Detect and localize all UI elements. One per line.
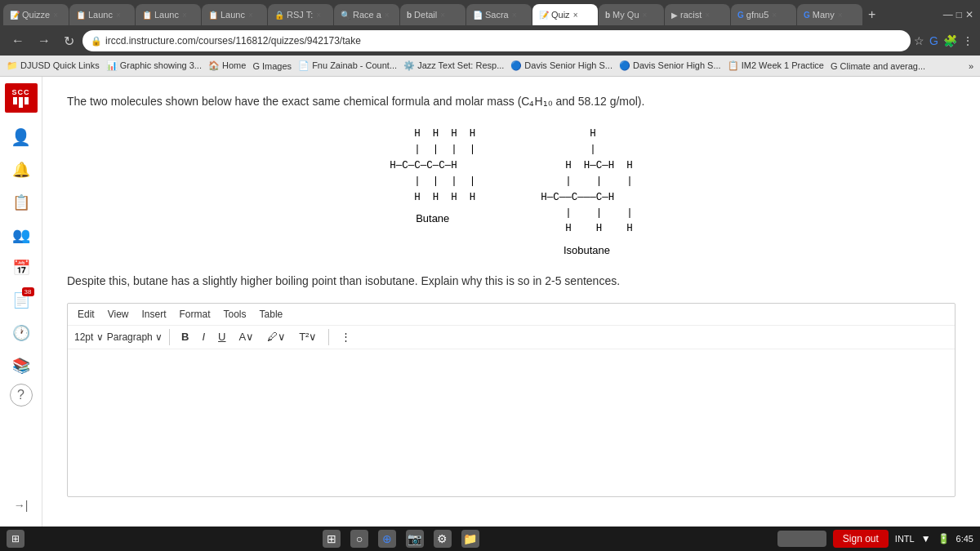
editor-menu-bar: Edit View Insert Format Tools Table (68, 304, 955, 326)
back-button[interactable]: ← (7, 32, 29, 50)
bookmark-graphic[interactable]: 📊 Graphic showing 3... (106, 60, 202, 71)
tab-race[interactable]: 🔍 Race a × (334, 4, 399, 25)
sign-out-button[interactable]: Sign out (833, 530, 889, 548)
taskbar-circle-icon[interactable]: ○ (350, 530, 368, 548)
menu-tools[interactable]: Tools (224, 309, 247, 320)
tab-racist[interactable]: ▶ racist × (665, 4, 730, 25)
battery-icon: 🔋 (938, 533, 950, 544)
tab-rsj[interactable]: 🔒 RSJ T: × (268, 4, 333, 25)
more-options-button[interactable]: ⋮ (336, 329, 356, 344)
isobutane-structure: H | H H—C—H H | | | H—C——C———C—H | | | H… (541, 127, 633, 238)
sidebar: SCC 👤 🔔 📋 👥 📅 📄 38 🕐 📚 ? →| (0, 77, 42, 527)
main-layout: SCC 👤 🔔 📋 👥 📅 📄 38 🕐 📚 ? →| The two mole… (0, 77, 980, 527)
taskbar-search-input[interactable] (777, 531, 826, 547)
restore-button[interactable]: □ (956, 9, 962, 20)
bookmarks-more[interactable]: » (969, 61, 973, 71)
tab-detail[interactable]: b Detail × (400, 4, 466, 25)
bookmarks-bar: 📁 DJUSD Quick Links 📊 Graphic showing 3.… (0, 56, 980, 77)
menu-edit[interactable]: Edit (78, 309, 95, 320)
bookmark-jazz[interactable]: ⚙️ Jazz Text Set: Resp... (403, 60, 504, 71)
font-size-select[interactable]: 12pt ∨ (74, 331, 104, 343)
explain-question: Despite this, butane has a slightly high… (67, 273, 956, 290)
bold-button[interactable]: B (176, 329, 194, 344)
superscript-button[interactable]: T²∨ (294, 329, 322, 344)
address-bar[interactable]: 🔒 irccd.instructure.com/courses/116812/q… (82, 30, 911, 51)
people-icon[interactable]: 👥 (7, 220, 36, 250)
profile-icon[interactable]: G (929, 34, 938, 47)
sidebar-collapse-button[interactable]: →| (7, 491, 36, 520)
bookmark-home[interactable]: 🏠 Home (208, 60, 246, 71)
tab-launc2[interactable]: 📋 Launc × (136, 4, 201, 25)
tab-quizze[interactable]: 📝 Quizze × (3, 4, 69, 25)
tab-quiz-active[interactable]: 📝 Quiz × (532, 4, 598, 25)
help-icon[interactable]: ? (10, 384, 33, 407)
taskbar-grid-icon[interactable]: ⊞ (323, 530, 341, 548)
taskbar-right: Sign out INTL ▼ 🔋 6:45 (777, 530, 973, 548)
question-intro-text: The two molecules shown below have the e… (67, 95, 644, 108)
close-browser-button[interactable]: ✕ (965, 9, 973, 20)
editor-body[interactable] (68, 349, 955, 496)
tab-launc3[interactable]: 📋 Launc × (202, 4, 267, 25)
menu-view[interactable]: View (108, 309, 129, 320)
toolbar-divider-1 (169, 329, 170, 345)
assignments-icon[interactable]: 📄 38 (7, 286, 36, 315)
bookmark-images[interactable]: G Images (252, 61, 292, 71)
notifications-icon[interactable]: 🔔 (7, 155, 36, 184)
refresh-button[interactable]: ↻ (59, 32, 79, 51)
settings-icon[interactable]: ⋮ (962, 34, 973, 47)
paragraph-select[interactable]: Paragraph ∨ (107, 331, 163, 343)
question-intro: The two molecules shown below have the e… (67, 93, 956, 110)
isobutane-label: Isobutane (564, 244, 610, 256)
menu-format[interactable]: Format (180, 309, 211, 320)
tab-sacra[interactable]: 📄 Sacra × (466, 4, 532, 25)
book-icon[interactable]: 📚 (7, 351, 36, 380)
extension-icon[interactable]: 🧩 (943, 34, 957, 47)
toolbar-divider-2 (328, 329, 329, 345)
bookmark-im2[interactable]: 📋 IM2 Week 1 Practice (728, 60, 824, 71)
forward-button[interactable]: → (33, 32, 56, 50)
taskbar-left: ⊞ (7, 530, 24, 548)
editor-toolbar: 12pt ∨ Paragraph ∨ B I U A∨ 🖊∨ T²∨ ⋮ (68, 326, 955, 349)
bookmark-climate[interactable]: G Climate and averag... (831, 61, 925, 71)
apps-icon[interactable]: ⊞ (7, 530, 24, 548)
bookmark-djusd[interactable]: 📁 DJUSD Quick Links (7, 60, 100, 71)
taskbar-chrome-icon[interactable]: ⊕ (378, 530, 396, 548)
taskbar: ⊞ ⊞ ○ ⊕ 📷 ⚙ 📁 Sign out INTL ▼ 🔋 6:45 (0, 527, 980, 551)
time-label: 6:45 (956, 534, 973, 544)
clock-icon[interactable]: 🕐 (7, 318, 36, 348)
taskbar-video-icon[interactable]: 📷 (406, 530, 424, 548)
butane-label: Butane (416, 212, 449, 224)
quiz-content: The two molecules shown below have the e… (42, 77, 980, 527)
browser-chrome: 📝 Quizze × 📋 Launc × 📋 Launc × 📋 Launc ×… (0, 0, 980, 77)
font-color-button[interactable]: A∨ (234, 329, 260, 344)
menu-table[interactable]: Table (260, 309, 283, 320)
highlight-button[interactable]: 🖊∨ (262, 329, 291, 344)
italic-button[interactable]: I (197, 329, 210, 344)
assignments-badge: 38 (22, 287, 34, 296)
bookmark-davis2[interactable]: 🔵 Davis Senior High S... (619, 60, 721, 71)
bookmark-davis1[interactable]: 🔵 Davis Senior High S... (510, 60, 612, 71)
tab-gfnu5[interactable]: G gfnu5 × (731, 4, 796, 25)
browser-nav-icons: ☆ G 🧩 ⋮ (914, 34, 973, 47)
taskbar-folder-icon[interactable]: 📁 (461, 530, 479, 548)
tab-bar: 📝 Quizze × 📋 Launc × 📋 Launc × 📋 Launc ×… (0, 0, 980, 26)
menu-insert[interactable]: Insert (141, 309, 166, 320)
underline-button[interactable]: U (213, 329, 230, 344)
calendar-icon[interactable]: 📅 (7, 253, 36, 282)
minimize-button[interactable]: — (943, 9, 953, 20)
scc-logo: SCC (5, 83, 38, 113)
bookmark-fnu[interactable]: 📄 Fnu Zainab - Count... (298, 60, 397, 71)
taskbar-gear-icon[interactable]: ⚙ (434, 530, 452, 548)
tab-myqu[interactable]: b My Qu × (599, 4, 664, 25)
tab-many[interactable]: G Many × (797, 4, 862, 25)
star-icon[interactable]: ☆ (914, 34, 924, 47)
locale-label: INTL (895, 534, 915, 544)
courses-icon[interactable]: 📋 (7, 188, 36, 217)
wifi-icon: ▼ (921, 533, 931, 544)
new-tab-button[interactable]: + (863, 6, 880, 24)
butane-molecule: H H H H | | | | H—C—C—C—C—H | | | | H H … (390, 127, 475, 256)
taskbar-center: ⊞ ○ ⊕ 📷 ⚙ 📁 (323, 530, 479, 548)
tab-launc1[interactable]: 📋 Launc × (69, 4, 135, 25)
butane-structure: H H H H | | | | H—C—C—C—C—H | | | | H H … (390, 127, 475, 206)
avatar-icon[interactable]: 👤 (7, 122, 36, 152)
